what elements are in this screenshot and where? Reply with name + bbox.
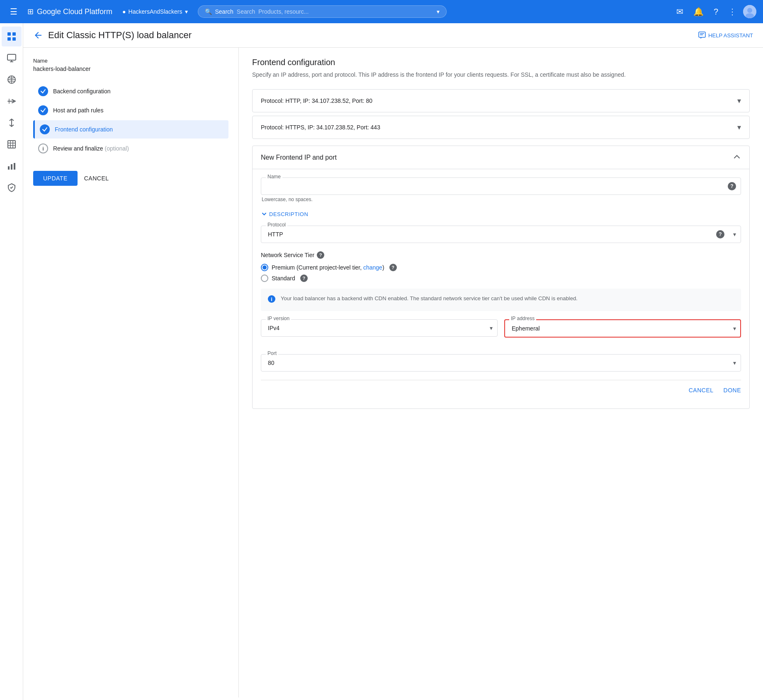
premium-radio-item[interactable]: Premium (Current project-level tier, cha… — [261, 264, 741, 271]
ip-address-select-wrap: IP address Ephemeral Static ▾ — [504, 319, 741, 338]
network-tier-radio-group: Premium (Current project-level tier, cha… — [261, 264, 741, 282]
btn-group: UPDATE CANCEL — [33, 171, 228, 186]
section-desc: Specify an IP address, port and protocol… — [252, 70, 750, 79]
name-field-container: Name ? Lowercase, no spaces. — [261, 177, 741, 202]
search-input[interactable] — [237, 8, 433, 15]
svg-rect-3 — [7, 32, 11, 36]
sidebar-item-grid[interactable] — [2, 27, 22, 46]
svg-rect-4 — [12, 32, 16, 36]
step-label-host: Host and path rules — [53, 107, 103, 114]
svg-point-1 — [747, 8, 752, 13]
main-content: Edit Classic HTTP(S) load balancer HELP … — [23, 23, 763, 700]
ip-version-label: IP version — [266, 316, 291, 321]
info-icon: i — [267, 295, 276, 305]
email-icon[interactable]: ✉ — [673, 3, 687, 20]
search-icon: 🔍 — [205, 8, 212, 15]
port-select[interactable]: 80 8080 443 — [261, 354, 741, 372]
protocol-field-label: Protocol — [266, 222, 287, 228]
bell-icon[interactable]: 🔔 — [690, 3, 707, 20]
standard-help-icon[interactable]: ? — [300, 275, 308, 282]
two-col-layout: Name hackers-load-balancer Backend confi… — [23, 48, 763, 698]
more-icon[interactable]: ⋮ — [725, 3, 740, 20]
lb-name-value: hackers-load-balancer — [33, 66, 228, 72]
lb-name-label: Name — [33, 58, 228, 64]
description-toggle[interactable]: DESCRIPTION — [261, 211, 741, 217]
step-list: Backend configuration Host and path rule… — [33, 82, 228, 158]
protocol-help-icon[interactable]: ? — [716, 230, 724, 238]
avatar[interactable] — [743, 5, 756, 18]
protocol-field-container: Protocol HTTP HTTPS ? ▾ — [261, 226, 741, 243]
premium-radio-circle — [261, 264, 268, 271]
brand-name: Google Cloud Platform — [37, 7, 112, 16]
help-assistant-button[interactable]: HELP ASSISTANT — [698, 32, 753, 39]
ip-address-field-container: IP address Ephemeral Static ▾ — [504, 319, 741, 338]
left-panel: Name hackers-load-balancer Backend confi… — [23, 48, 239, 698]
premium-radio-label: Premium (Current project-level tier, cha… — [272, 264, 384, 271]
subsection-body: Name ? Lowercase, no spaces. DESCRIPTION — [253, 169, 749, 408]
nav-icons: ✉ 🔔 ? ⋮ — [673, 3, 756, 20]
hamburger-icon[interactable]: ☰ — [7, 3, 21, 20]
update-button[interactable]: UPDATE — [33, 171, 78, 186]
svg-rect-6 — [12, 37, 16, 41]
sidebar-item-storage[interactable] — [2, 134, 22, 154]
sidebar-item-security[interactable] — [2, 177, 22, 197]
name-input[interactable] — [261, 177, 741, 195]
sidebar-item-scaling[interactable] — [2, 113, 22, 133]
project-name: HackersAndSlackers — [129, 8, 182, 15]
protocol-row-https[interactable]: Protocol: HTTPS, IP: 34.107.238.52, Port… — [252, 116, 750, 139]
app-container: Edit Classic HTTP(S) load balancer HELP … — [0, 23, 763, 700]
svg-rect-7 — [7, 54, 16, 60]
right-panel-cancel-button[interactable]: CANCEL — [689, 387, 714, 394]
page-header: Edit Classic HTTP(S) load balancer HELP … — [23, 23, 763, 48]
step-review[interactable]: i Review and finalize (optional) — [33, 139, 228, 158]
name-input-wrap: Name ? — [261, 177, 741, 195]
step-check-frontend — [40, 124, 50, 134]
chevron-up-icon — [733, 153, 741, 162]
subsection-title: New Frontend IP and port — [261, 154, 337, 161]
step-host[interactable]: Host and path rules — [33, 101, 228, 119]
step-check-review: i — [38, 143, 48, 153]
sidebar-item-routes[interactable] — [2, 91, 22, 111]
protocol-select-wrap: Protocol HTTP HTTPS ? ▾ — [261, 226, 741, 243]
ip-address-select[interactable]: Ephemeral Static — [504, 319, 741, 338]
step-check-backend — [38, 86, 48, 96]
svg-rect-5 — [7, 37, 11, 41]
premium-help-icon[interactable]: ? — [389, 264, 397, 271]
change-link[interactable]: change — [363, 264, 382, 271]
svg-rect-22 — [14, 163, 15, 170]
name-field-label: Name — [266, 174, 282, 180]
right-panel-footer: CANCEL DONE — [261, 380, 741, 400]
sidebar-item-monitor[interactable] — [2, 48, 22, 68]
svg-text:i: i — [271, 296, 272, 302]
protocol-text-http: Protocol: HTTP, IP: 34.107.238.52, Port:… — [261, 97, 372, 104]
standard-radio-item[interactable]: Standard ? — [261, 275, 741, 282]
search-bar[interactable]: 🔍 Search ▾ — [198, 5, 447, 18]
chevron-down-icon-https: ▾ — [737, 123, 741, 132]
subsection-header[interactable]: New Frontend IP and port — [253, 146, 749, 169]
name-field-hint: Lowercase, no spaces. — [261, 197, 741, 202]
cancel-button[interactable]: CANCEL — [84, 175, 109, 182]
standard-radio-label: Standard — [272, 275, 295, 282]
sidebar-item-network[interactable] — [2, 70, 22, 90]
back-button[interactable] — [33, 30, 43, 40]
name-help-icon[interactable]: ? — [728, 182, 736, 190]
step-backend[interactable]: Backend configuration — [33, 82, 228, 100]
protocol-select[interactable]: HTTP HTTPS — [261, 226, 741, 243]
brand-logo: ⊞ Google Cloud Platform — [27, 7, 112, 16]
svg-rect-20 — [8, 166, 10, 170]
network-tier-help-icon[interactable]: ? — [317, 251, 324, 259]
standard-radio-circle — [261, 275, 268, 282]
step-frontend[interactable]: Frontend configuration — [33, 120, 228, 139]
done-button[interactable]: DONE — [724, 387, 741, 394]
sidebar-item-charts[interactable] — [2, 156, 22, 176]
project-selector[interactable]: ● HackersAndSlackers ▾ — [119, 7, 191, 17]
step-check-host — [38, 105, 48, 115]
step-label-review: Review and finalize (optional) — [53, 145, 129, 152]
network-tier-label: Network Service Tier ? — [261, 251, 741, 259]
svg-rect-21 — [11, 164, 12, 170]
help-icon[interactable]: ? — [710, 4, 722, 20]
avatar-image — [743, 5, 756, 18]
ip-version-select[interactable]: IPv4 IPv6 — [261, 319, 498, 337]
protocol-row-http[interactable]: Protocol: HTTP, IP: 34.107.238.52, Port:… — [252, 89, 750, 112]
step-label-frontend: Frontend configuration — [55, 126, 113, 133]
